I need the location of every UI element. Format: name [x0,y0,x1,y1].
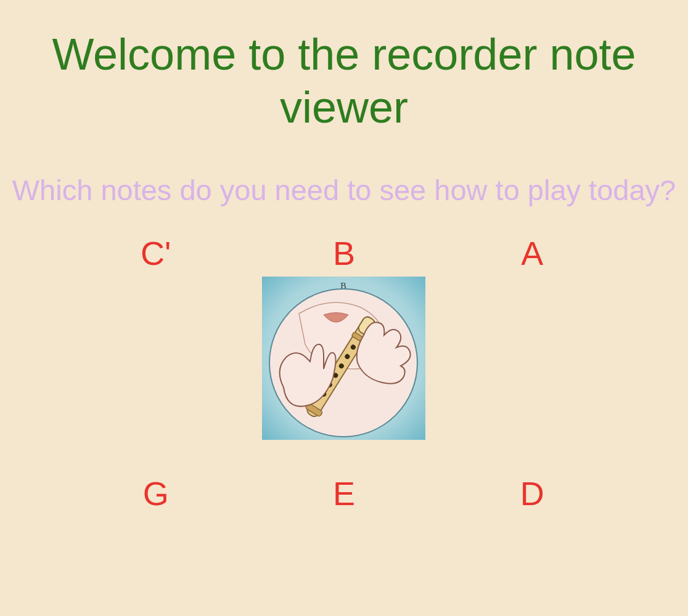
note-cell-e: E [250,474,438,548]
note-cell-a: A [438,233,626,440]
note-cell-c-prime: C' [62,233,250,440]
recorder-playing-b-icon: B [262,277,425,440]
note-link-c-prime[interactable]: C' [141,233,171,274]
note-link-b[interactable]: B [333,233,355,274]
note-fingering-image-b: B [262,277,425,440]
page-title: Welcome to the recorder note viewer [0,28,688,134]
note-link-d[interactable]: D [520,474,544,514]
note-cell-g: G [62,474,250,548]
note-link-e[interactable]: E [333,474,355,514]
note-link-g[interactable]: G [143,474,169,514]
page-subtitle: Which notes do you need to see how to pl… [0,171,688,209]
page-container: Welcome to the recorder note viewer Whic… [0,0,688,548]
note-cell-d: D [438,474,626,548]
row-spacer [62,440,626,474]
note-cell-b: B B [250,233,438,440]
notes-grid: C' B B [0,233,688,548]
note-link-a[interactable]: A [521,233,543,274]
